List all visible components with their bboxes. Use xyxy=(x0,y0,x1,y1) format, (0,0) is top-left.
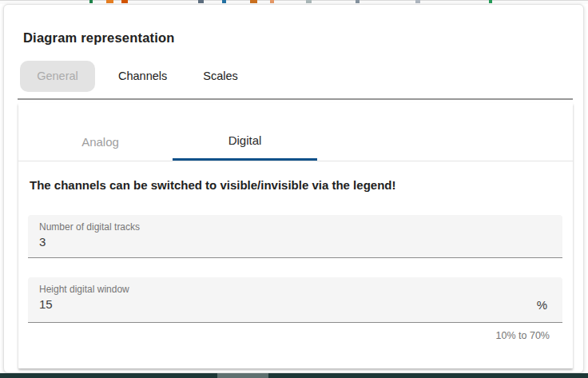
tab-scales[interactable]: Scales xyxy=(203,70,238,82)
range-hint: 10% to 70% xyxy=(28,330,550,341)
number-of-digital-tracks-input[interactable] xyxy=(39,233,524,249)
background-artifact xyxy=(250,0,257,3)
digital-settings-fields: Number of digital tracks Height digital … xyxy=(18,215,573,341)
diagram-representation-dialog: Diagram representation General Channels … xyxy=(3,4,584,373)
percent-suffix: % xyxy=(537,298,547,312)
legend-hint-message: The channels can be switched to visible/… xyxy=(30,178,562,192)
background-artifact xyxy=(489,0,492,3)
background-artifact xyxy=(270,0,274,3)
background-artifact xyxy=(89,0,93,3)
tab-bar-divider xyxy=(18,98,573,100)
background-artifact xyxy=(306,0,312,3)
background-artifact xyxy=(198,0,204,3)
tab-general[interactable]: General xyxy=(20,61,95,92)
height-digital-window-field: Height digital window % xyxy=(28,277,562,323)
background-artifact xyxy=(106,0,113,3)
field-label: Height digital window xyxy=(39,284,551,295)
background-artifact xyxy=(415,0,420,3)
dialog-tab-bar: General Channels Scales xyxy=(20,60,238,92)
analog-digital-tab-bar: Analog Digital xyxy=(18,103,573,161)
background-artifact xyxy=(222,0,226,3)
field-label: Number of digital tracks xyxy=(39,221,551,233)
background-hairline xyxy=(0,0,588,1)
height-digital-window-input[interactable] xyxy=(39,295,524,311)
tab-channels[interactable]: Channels xyxy=(118,70,167,82)
background-artifact xyxy=(217,373,268,378)
background-page-bottom-edge xyxy=(0,373,588,378)
subtab-analog[interactable]: Analog xyxy=(28,109,173,161)
background-artifact xyxy=(121,0,128,3)
dialog-title: Diagram representation xyxy=(23,30,175,46)
general-settings-card: Analog Digital The channels can be switc… xyxy=(18,103,573,368)
subtab-digital[interactable]: Digital xyxy=(173,109,317,161)
background-artifact xyxy=(356,0,360,3)
number-of-digital-tracks-field: Number of digital tracks xyxy=(28,215,562,258)
